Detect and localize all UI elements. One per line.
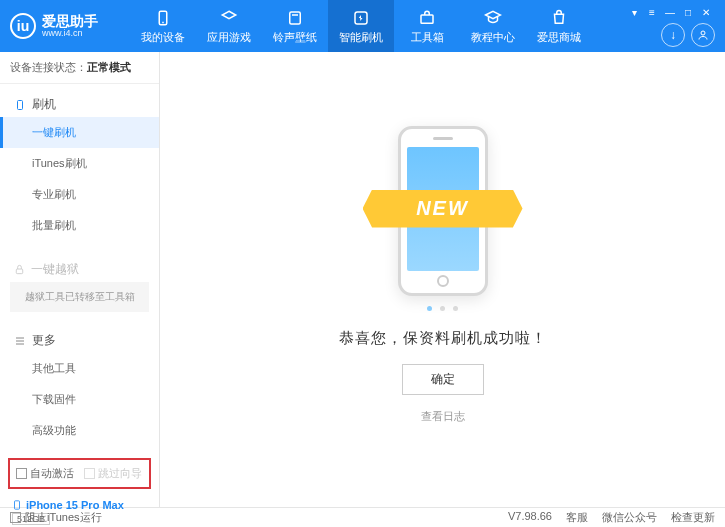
nav-flash[interactable]: 智能刷机 [328, 0, 394, 52]
footer-update[interactable]: 检查更新 [671, 510, 715, 525]
nav-tutorials[interactable]: 教程中心 [460, 0, 526, 52]
nav-my-device[interactable]: 我的设备 [130, 0, 196, 52]
sidebar-more-header[interactable]: 更多 [0, 328, 159, 353]
connection-status: 设备连接状态：正常模式 [0, 52, 159, 84]
tutorial-icon [483, 8, 503, 28]
svg-point-6 [701, 31, 705, 35]
svg-rect-5 [421, 15, 433, 23]
success-message: 恭喜您，保资料刷机成功啦！ [339, 329, 547, 348]
nav-store[interactable]: 爱思商城 [526, 0, 592, 52]
app-url: www.i4.cn [42, 28, 98, 39]
menu-button[interactable]: ▾ [627, 5, 641, 19]
toolbox-icon [417, 8, 437, 28]
logo-icon: iu [10, 13, 36, 39]
block-itunes-checkbox[interactable]: 阻止iTunes运行 [10, 510, 102, 525]
sidebar-item-advanced[interactable]: 高级功能 [0, 415, 159, 446]
sidebar-item-firmware[interactable]: 下载固件 [0, 384, 159, 415]
sidebar-item-itunes[interactable]: iTunes刷机 [0, 148, 159, 179]
top-nav: 我的设备 应用游戏 铃声壁纸 智能刷机 工具箱 教程中心 爱思商城 [130, 0, 627, 52]
main-content: NEW 恭喜您，保资料刷机成功啦！ 确定 查看日志 [160, 52, 725, 507]
skin-button[interactable]: ≡ [645, 5, 659, 19]
lock-icon [14, 264, 25, 275]
device-icon [153, 8, 173, 28]
footer-support[interactable]: 客服 [566, 510, 588, 525]
ok-button[interactable]: 确定 [402, 364, 484, 395]
svg-rect-12 [15, 501, 20, 509]
apps-icon [219, 8, 239, 28]
nav-ringtones[interactable]: 铃声壁纸 [262, 0, 328, 52]
skip-guide-checkbox: 跳过向导 [84, 466, 142, 481]
close-button[interactable]: ✕ [699, 5, 713, 19]
flash-icon [351, 8, 371, 28]
pager-dots [427, 306, 458, 311]
options-highlight: 自动激活 跳过向导 [8, 458, 151, 489]
auto-activate-checkbox[interactable]: 自动激活 [16, 466, 74, 481]
sidebar-item-pro[interactable]: 专业刷机 [0, 179, 159, 210]
view-log-link[interactable]: 查看日志 [421, 409, 465, 424]
logo: iu 爱思助手 www.i4.cn [10, 13, 130, 39]
new-badge: NEW [363, 190, 523, 228]
download-button[interactable]: ↓ [661, 23, 685, 47]
phone-illustration: NEW [398, 126, 488, 296]
sidebar: 设备连接状态：正常模式 刷机 一键刷机 iTunes刷机 专业刷机 批量刷机 一… [0, 52, 160, 507]
svg-rect-2 [290, 12, 301, 24]
sidebar-item-oneclick[interactable]: 一键刷机 [0, 117, 159, 148]
phone-icon [14, 99, 26, 111]
sidebar-flash-header[interactable]: 刷机 [0, 92, 159, 117]
ringtone-icon [285, 8, 305, 28]
footer-wechat[interactable]: 微信公众号 [602, 510, 657, 525]
svg-rect-7 [18, 100, 23, 109]
app-header: iu 爱思助手 www.i4.cn 我的设备 应用游戏 铃声壁纸 智能刷机 工具… [0, 0, 725, 52]
app-title: 爱思助手 [42, 14, 98, 28]
list-icon [14, 335, 26, 347]
account-button[interactable] [691, 23, 715, 47]
svg-rect-3 [292, 14, 298, 16]
maximize-button[interactable]: □ [681, 5, 695, 19]
sidebar-item-other[interactable]: 其他工具 [0, 353, 159, 384]
sidebar-jailbreak-header: 一键越狱 [0, 257, 159, 282]
nav-toolbox[interactable]: 工具箱 [394, 0, 460, 52]
nav-apps[interactable]: 应用游戏 [196, 0, 262, 52]
store-icon [549, 8, 569, 28]
version-label: V7.98.66 [508, 510, 552, 525]
minimize-button[interactable]: — [663, 5, 677, 19]
sidebar-jailbreak-note: 越狱工具已转移至工具箱 [10, 282, 149, 312]
sidebar-item-batch[interactable]: 批量刷机 [0, 210, 159, 241]
svg-rect-8 [16, 269, 22, 274]
window-controls: ▾ ≡ — □ ✕ [627, 5, 713, 19]
